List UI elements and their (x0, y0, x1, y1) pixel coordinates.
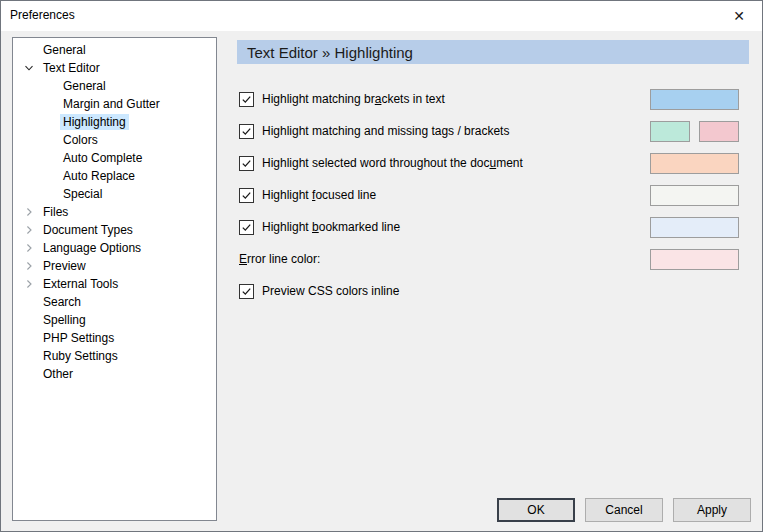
close-button[interactable]: ✕ (716, 1, 762, 30)
tree-item-label: Special (60, 186, 105, 202)
tree-item-label: Document Types (40, 222, 136, 238)
setting-row: Preview CSS colors inline (237, 280, 749, 302)
chevron-container (21, 279, 37, 289)
preferences-tree: General Text Editor General (12, 37, 217, 521)
section-header: Text Editor » Highlighting (237, 40, 749, 64)
tree-item[interactable]: PHP Settings (13, 329, 216, 347)
setting-label: Highlight matching brackets in text (262, 92, 445, 106)
checkmark-icon (241, 126, 252, 137)
chevron-container (21, 225, 37, 235)
setting-label: Highlight matching and missing tags / br… (262, 124, 509, 138)
tree-item[interactable]: Text Editor (13, 59, 216, 77)
chevron-right-icon (24, 279, 34, 289)
preferences-dialog: Preferences ✕ General Text Editor (0, 0, 763, 532)
tree-item-label: Language Options (40, 240, 144, 256)
chevron-right-icon (24, 207, 34, 217)
tree-item[interactable]: Search (13, 293, 216, 311)
chevron-container (21, 243, 37, 253)
tree-item-label: Margin and Gutter (60, 96, 163, 112)
tree-item-label: Preview (40, 258, 89, 274)
tree-item-label: General (60, 78, 109, 94)
window-title: Preferences (10, 8, 75, 22)
tree-item-label: Auto Complete (60, 150, 145, 166)
tree-item[interactable]: Preview (13, 257, 216, 275)
checkbox[interactable] (239, 284, 254, 299)
checkbox[interactable] (239, 188, 254, 203)
tree-item-label: Auto Replace (60, 168, 138, 184)
tree-item[interactable]: Other (13, 365, 216, 383)
checkmark-icon (241, 94, 252, 105)
color-swatch[interactable] (650, 185, 739, 206)
setting-label: Error line color: (239, 252, 320, 266)
tree-item[interactable]: Auto Replace (13, 167, 216, 185)
tree-item[interactable]: Colors (13, 131, 216, 149)
color-swatch[interactable] (650, 249, 739, 270)
chevron-right-icon (24, 225, 34, 235)
checkmark-icon (241, 190, 252, 201)
tree-item[interactable]: Margin and Gutter (13, 95, 216, 113)
setting-label: Highlight selected word throughout the d… (262, 156, 523, 170)
chevron-container (21, 63, 37, 73)
swatch-group (650, 185, 739, 206)
tree-item[interactable]: Spelling (13, 311, 216, 329)
tree-item[interactable]: Highlighting (13, 113, 216, 131)
apply-button[interactable]: Apply (673, 498, 751, 522)
color-swatch[interactable] (650, 217, 739, 238)
color-swatch[interactable] (699, 121, 739, 142)
swatch-group (650, 217, 739, 238)
checkmark-icon (241, 158, 252, 169)
swatch-group (650, 121, 739, 142)
setting-row: Error line color: (237, 248, 749, 270)
tree-item[interactable]: External Tools (13, 275, 216, 293)
tree-item-label: Search (40, 294, 84, 310)
tree-item-label: Files (40, 204, 71, 220)
tree-item[interactable]: Ruby Settings (13, 347, 216, 365)
tree-item[interactable]: Files (13, 203, 216, 221)
setting-row: Highlight matching brackets in text (237, 88, 749, 110)
tree-item-label: PHP Settings (40, 330, 117, 346)
color-swatch[interactable] (650, 89, 739, 110)
tree-item[interactable]: Document Types (13, 221, 216, 239)
checkbox[interactable] (239, 124, 254, 139)
ok-button[interactable]: OK (497, 498, 575, 522)
setting-label: Highlight focused line (262, 188, 376, 202)
setting-label: Highlight bookmarked line (262, 220, 400, 234)
tree-item-label: External Tools (40, 276, 121, 292)
tree-item-label: General (40, 42, 89, 58)
titlebar: Preferences ✕ (1, 1, 762, 31)
chevron-right-icon (24, 243, 34, 253)
chevron-container (21, 207, 37, 217)
checkbox[interactable] (239, 156, 254, 171)
checkbox[interactable] (239, 92, 254, 107)
checkmark-icon (241, 286, 252, 297)
checkbox[interactable] (239, 220, 254, 235)
cancel-button[interactable]: Cancel (585, 498, 663, 522)
setting-row: Highlight focused line (237, 184, 749, 206)
tree-item[interactable]: Auto Complete (13, 149, 216, 167)
chevron-down-icon (24, 63, 34, 73)
swatch-group (650, 153, 739, 174)
tree-item[interactable]: Language Options (13, 239, 216, 257)
chevron-container (21, 261, 37, 271)
tree-item[interactable]: Special (13, 185, 216, 203)
setting-row: Highlight bookmarked line (237, 216, 749, 238)
swatch-group (650, 89, 739, 110)
tree-item-label: Highlighting (60, 114, 129, 130)
color-swatch[interactable] (650, 153, 739, 174)
settings-rows: Highlight matching brackets in text High… (237, 88, 749, 312)
page-title: Text Editor » Highlighting (247, 44, 413, 61)
tree-item-label: Spelling (40, 312, 89, 328)
setting-row: Highlight selected word throughout the d… (237, 152, 749, 174)
tree-item[interactable]: General (13, 41, 216, 59)
close-icon: ✕ (733, 8, 745, 24)
setting-label: Preview CSS colors inline (262, 284, 399, 298)
swatch-group (650, 249, 739, 270)
checkmark-icon (241, 222, 252, 233)
tree-item-label: Colors (60, 132, 101, 148)
tree-item-label: Ruby Settings (40, 348, 121, 364)
tree-item-label: Other (40, 366, 76, 382)
tree-item-label: Text Editor (40, 60, 103, 76)
color-swatch[interactable] (650, 121, 690, 142)
dialog-footer: OK Cancel Apply (497, 498, 751, 522)
tree-item[interactable]: General (13, 77, 216, 95)
